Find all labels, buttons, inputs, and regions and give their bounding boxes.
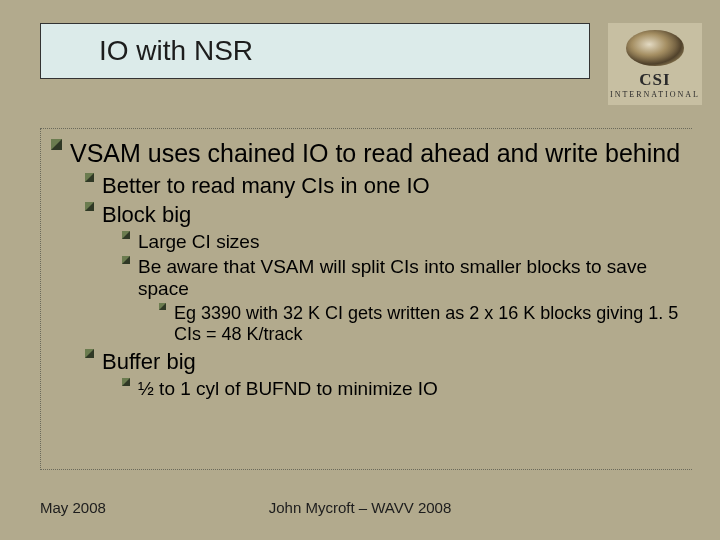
footer-author: John Mycroft – WAVV 2008 xyxy=(0,499,720,516)
bullet-icon xyxy=(85,202,94,211)
slide-title: IO with NSR xyxy=(99,35,253,67)
bullet-icon xyxy=(85,349,94,358)
bullet-text: Block big xyxy=(102,202,191,228)
bullet-l2: Better to read many CIs in one IO xyxy=(85,173,686,199)
bullet-icon xyxy=(122,378,130,386)
bullet-l1: VSAM uses chained IO to read ahead and w… xyxy=(51,139,686,169)
bullet-l2: Block big xyxy=(85,202,686,228)
logo-box: CSI INTERNATIONAL xyxy=(608,23,702,105)
bullet-icon xyxy=(122,256,130,264)
bullet-icon xyxy=(85,173,94,182)
bullet-text: VSAM uses chained IO to read ahead and w… xyxy=(70,139,680,169)
bullet-text: Better to read many CIs in one IO xyxy=(102,173,430,199)
bullet-icon xyxy=(122,231,130,239)
bullet-text: Buffer big xyxy=(102,349,196,375)
bullet-l3: Large CI sizes xyxy=(122,231,686,253)
bullet-l2: Buffer big xyxy=(85,349,686,375)
bullet-l3: ½ to 1 cyl of BUFND to minimize IO xyxy=(122,378,686,400)
bullet-l3: Be aware that VSAM will split CIs into s… xyxy=(122,256,686,301)
logo-sub: INTERNATIONAL xyxy=(610,90,700,99)
bullet-text: Large CI sizes xyxy=(138,231,259,253)
bullet-text: ½ to 1 cyl of BUFND to minimize IO xyxy=(138,378,438,400)
logo-main: CSI xyxy=(639,70,670,90)
bullet-icon xyxy=(159,303,166,310)
title-box: IO with NSR xyxy=(40,23,590,79)
content-box: VSAM uses chained IO to read ahead and w… xyxy=(40,128,692,470)
bullet-l4: Eg 3390 with 32 K CI gets written as 2 x… xyxy=(159,303,686,345)
swirl-icon xyxy=(626,30,684,66)
bullet-icon xyxy=(51,139,62,150)
bullet-text: Eg 3390 with 32 K CI gets written as 2 x… xyxy=(174,303,686,345)
bullet-text: Be aware that VSAM will split CIs into s… xyxy=(138,256,686,301)
